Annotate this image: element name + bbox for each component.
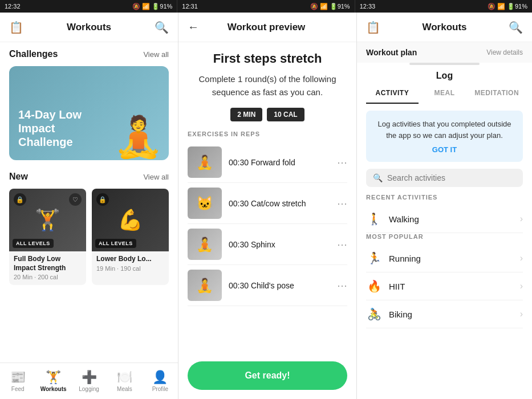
panel-workouts: 📋 Workouts 🔍 Challenges View all 14-Day … [0, 13, 178, 399]
challenge-text: 14-Day LowImpactChallenge [18, 108, 82, 149]
lock-icon-1: 🔒 [14, 193, 26, 206]
workouts-title: Workouts [67, 22, 111, 33]
search-box-icon: 🔍 [373, 173, 383, 182]
tab-meal[interactable]: MEAL [419, 83, 471, 104]
activity-biking[interactable]: 🚴 Biking › [366, 300, 523, 328]
exercise-thumb-1: 🧘 [188, 146, 222, 178]
logging-label: Logging [79, 386, 99, 392]
preview-content: First steps stretch Complete 1 round(s) … [178, 42, 356, 352]
profile-icon[interactable]: 📋 [9, 21, 23, 34]
search-activities-input[interactable] [387, 173, 516, 182]
hiit-chevron: › [520, 281, 523, 291]
icons-3: 🔕 📶 🔋91% [488, 3, 527, 10]
bottom-nav: 📰 Feed 🏋️ Workouts ➕ Logging 🍽️ Meals 👤 … [0, 363, 178, 399]
walking-name: Walking [389, 214, 520, 224]
status-bar-1: 12:32 🔕 📶 🔋91% [0, 0, 177, 13]
exercise-more-4[interactable]: ⋯ [337, 279, 347, 292]
exercise-item-1: 🧘 00:30 Forward fold ⋯ [188, 142, 347, 183]
workouts-nav-label: Workouts [40, 386, 67, 392]
lock-icon-2: 🔒 [96, 193, 109, 206]
challenge-title: 14-Day LowImpactChallenge [18, 108, 82, 149]
log-header: 📋 Workouts 🔍 [357, 13, 532, 42]
view-details[interactable]: View details [486, 48, 523, 56]
biking-icon: 🚴 [366, 307, 382, 321]
exercise-item-2: 🐱 00:30 Cat/cow stretch ⋯ [188, 183, 347, 224]
heart-icon-1[interactable]: ♡ [69, 193, 82, 206]
most-popular-title: MOST POPULAR [366, 233, 523, 240]
log-search-icon[interactable]: 🔍 [509, 21, 523, 34]
challenges-title: Challenges [9, 49, 58, 59]
workout-card-1[interactable]: 🏋️ 🔒 ♡ ALL LEVELS Full Body Low Impact S… [9, 189, 86, 285]
search-icon[interactable]: 🔍 [155, 21, 169, 34]
nav-logging[interactable]: ➕ Logging [71, 370, 107, 392]
exercise-name-4: 00:30 Child's pose [229, 281, 337, 290]
workout-plan-title: Workout plan [366, 48, 417, 57]
recent-activities-section: RECENT ACTIVITIES 🚶 Walking › [357, 194, 532, 233]
workouts-content: Challenges View all 14-Day LowImpactChal… [0, 42, 178, 363]
logging-icon: ➕ [82, 370, 97, 385]
log-content: Workout plan View details Log ACTIVITY M… [357, 42, 532, 399]
nav-feed[interactable]: 📰 Feed [0, 370, 35, 392]
log-profile-icon[interactable]: 📋 [366, 21, 380, 34]
badge-cal: 10 CAL [267, 108, 304, 121]
back-button[interactable]: ← [188, 21, 199, 34]
most-popular-section: MOST POPULAR 🏃 Running › 🔥 HIIT › 🚴 Biki… [357, 233, 532, 328]
activity-running[interactable]: 🏃 Running › [366, 245, 523, 272]
running-icon: 🏃 [366, 251, 382, 265]
log-tab-header: Log [357, 65, 532, 81]
meals-icon: 🍽️ [117, 370, 132, 385]
activity-hiit[interactable]: 🔥 HIIT › [366, 272, 523, 300]
level-badge-2: ALL LEVELS [95, 239, 136, 248]
log-tabs: ACTIVITY MEAL MEDITATION [357, 81, 532, 104]
tab-meditation[interactable]: MEDITATION [470, 83, 523, 104]
hiit-name: HIIT [389, 282, 520, 291]
icons-1: 🔕 📶 🔋91% [132, 3, 172, 10]
got-it-button[interactable]: GOT IT [375, 145, 514, 154]
exercise-more-2[interactable]: ⋯ [337, 197, 347, 210]
new-view-all[interactable]: View all [143, 173, 169, 181]
preview-title: First steps stretch [188, 51, 347, 66]
time-3: 12:33 [360, 3, 376, 10]
log-header-title: Workouts [422, 22, 466, 33]
preview-subtitle: Complete 1 round(s) of the following seq… [188, 73, 347, 99]
exercise-more-3[interactable]: ⋯ [337, 238, 347, 251]
icons-2: 🔕 📶 🔋91% [310, 3, 350, 10]
badge-min: 2 MIN [230, 108, 262, 121]
walking-icon: 🚶 [366, 212, 382, 226]
workout-card-2-img: 💪 🔒 ALL LEVELS [92, 189, 169, 251]
nav-meals[interactable]: 🍽️ Meals [107, 370, 142, 392]
challenges-view-all[interactable]: View all [143, 50, 169, 59]
workout-card-2-meta: 19 Min · 190 cal [96, 265, 164, 272]
new-title: New [9, 172, 28, 182]
exercise-name-1: 00:30 Forward fold [229, 158, 337, 167]
info-banner-text: Log activities that you completed outsid… [375, 119, 514, 141]
get-ready-button[interactable]: Get ready! [188, 361, 347, 390]
panel-workout-preview: ← Workout preview First steps stretch Co… [178, 13, 357, 399]
challenge-card[interactable]: 14-Day LowImpactChallenge 🧘 [9, 66, 169, 160]
recent-activities-title: RECENT ACTIVITIES [366, 194, 523, 201]
preview-header: ← Workout preview [178, 13, 356, 42]
exercise-more-1[interactable]: ⋯ [337, 156, 347, 169]
biking-chevron: › [520, 309, 523, 319]
preview-badges: 2 MIN 10 CAL [188, 108, 347, 121]
profile-label: Profile [152, 386, 168, 392]
activity-walking[interactable]: 🚶 Walking › [366, 205, 523, 233]
workout-card-2[interactable]: 💪 🔒 ALL LEVELS Lower Body Lo... 19 Min ·… [92, 189, 169, 285]
info-banner: Log activities that you completed outsid… [366, 111, 523, 162]
new-section-header: New View all [9, 172, 169, 182]
hiit-icon: 🔥 [366, 279, 382, 293]
exercise-item-4: 🧘 00:30 Child's pose ⋯ [188, 265, 347, 306]
feed-icon: 📰 [10, 370, 26, 385]
exercise-thumb-2: 🐱 [188, 188, 222, 219]
new-section: New View all 🏋️ 🔒 ♡ ALL LEVELS Full Body… [9, 172, 169, 285]
challenges-section-header: Challenges View all [9, 49, 169, 59]
exercise-thumb-4: 🧘 [188, 270, 222, 301]
running-name: Running [389, 254, 520, 263]
time-2: 12:31 [182, 3, 198, 10]
biking-name: Biking [389, 310, 520, 319]
tab-activity[interactable]: ACTIVITY [366, 83, 419, 104]
profile-nav-icon: 👤 [152, 370, 168, 385]
nav-profile[interactable]: 👤 Profile [143, 370, 178, 392]
panel-log: 📋 Workouts 🔍 Workout plan View details L… [357, 13, 532, 399]
nav-workouts[interactable]: 🏋️ Workouts [35, 370, 71, 392]
